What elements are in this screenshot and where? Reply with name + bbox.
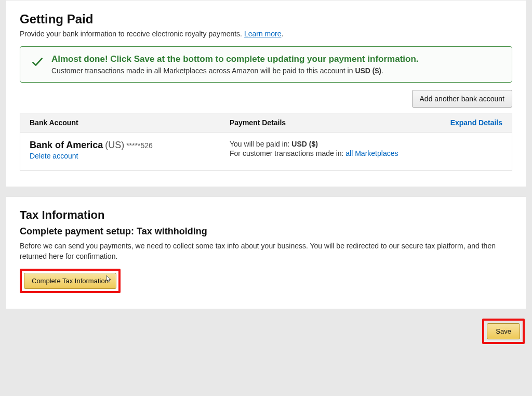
save-row: Save <box>0 319 532 351</box>
getting-paid-title: Getting Paid <box>20 12 512 27</box>
getting-paid-subtext: Provide your bank information to receive… <box>20 30 512 38</box>
success-alert: Almost done! Click Save at the bottom to… <box>20 46 512 83</box>
save-button[interactable]: Save <box>487 323 520 339</box>
check-icon <box>31 55 44 69</box>
delete-account-link[interactable]: Delete account <box>30 152 78 160</box>
tax-subtitle: Complete payment setup: Tax withholding <box>20 226 512 237</box>
col-pay-header: Payment Details <box>230 118 435 127</box>
col-bank-header: Bank Account <box>30 118 230 127</box>
complete-tax-info-button[interactable]: Complete Tax Information <box>24 273 116 289</box>
tax-button-highlight: Complete Tax Information <box>20 269 121 293</box>
learn-more-link[interactable]: Learn more <box>244 30 282 38</box>
tax-body: Before we can send you payments, we need… <box>20 241 512 261</box>
getting-paid-card: Getting Paid Provide your bank informati… <box>6 0 526 187</box>
bank-table-head: Bank Account Payment Details Expand Deta… <box>20 113 512 133</box>
bank-name-line: Bank of America (US) *****526 <box>30 140 230 151</box>
alert-body: Customer transactions made in all Market… <box>51 67 503 75</box>
tx-line: For customer transactions made in: all M… <box>230 149 435 157</box>
expand-details-link[interactable]: Expand Details <box>435 118 502 127</box>
all-marketplaces-link[interactable]: all Marketplaces <box>345 149 398 157</box>
paid-in-line: You will be paid in: USD ($) <box>230 140 435 148</box>
tax-title: Tax Information <box>20 208 512 222</box>
bank-table: Bank Account Payment Details Expand Deta… <box>20 113 512 171</box>
table-row: Bank of America (US) *****526 Delete acc… <box>20 133 512 170</box>
add-bank-button[interactable]: Add another bank account <box>412 90 512 108</box>
save-button-highlight: Save <box>482 319 525 344</box>
alert-title: Almost done! Click Save at the bottom to… <box>51 54 503 64</box>
tax-info-card: Tax Information Complete payment setup: … <box>6 196 526 309</box>
